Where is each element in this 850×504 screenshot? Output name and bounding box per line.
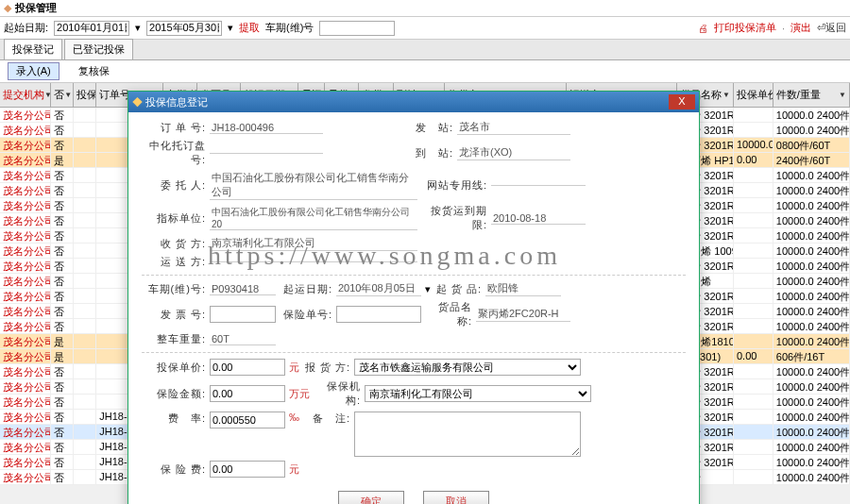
cell: 茂名分公司	[0, 228, 51, 243]
cell: 茂名分公司	[0, 153, 51, 167]
cell: 否	[51, 470, 74, 484]
cell: 否	[51, 304, 74, 318]
cell: 10000.0 2400件/60T	[774, 334, 850, 348]
deadline-value: 2010-08-18	[491, 212, 586, 225]
cell: 茂名分公司	[0, 108, 51, 122]
cell: 否	[51, 319, 74, 333]
cell: 否	[51, 289, 74, 303]
cell	[734, 425, 774, 439]
cell: 10000.0 2400件/60T	[774, 395, 850, 409]
column-header[interactable]: 投保单价▼	[734, 83, 774, 107]
note-textarea[interactable]	[354, 412, 581, 457]
agent-label: 报 货 方:	[303, 361, 350, 375]
rate-input[interactable]	[210, 412, 285, 428]
cell: 茂名分公司	[0, 198, 51, 212]
tab-register[interactable]: 投保登记	[4, 39, 62, 59]
cell: 10000.0 2400件/60T	[774, 198, 850, 212]
date-label: 起始日期:	[4, 21, 48, 35]
cell	[74, 108, 96, 122]
cell: 否	[51, 364, 74, 378]
cell: 茂名分公司	[0, 213, 51, 227]
cell: 10000.0 2400件/60T	[774, 410, 850, 424]
ship-date-label: 起运日期:	[280, 282, 332, 296]
provider-select[interactable]: 南京瑞利化工有限公司	[365, 385, 591, 402]
cell	[74, 425, 96, 439]
goods-value: 聚丙烯2FC20R-H	[476, 307, 570, 322]
cell: 茂名分公司	[0, 274, 51, 288]
cell	[74, 274, 96, 288]
cell: 茂名分公司	[0, 289, 51, 303]
cell	[74, 138, 96, 152]
rate-label: 费 率:	[142, 412, 206, 426]
cell: 10000.0 2400件/60T	[774, 183, 850, 197]
cell: 0.00	[734, 349, 774, 363]
calendar-icon[interactable]: ▾	[228, 22, 233, 34]
car-no-input[interactable]	[319, 21, 395, 36]
cell: 否	[51, 198, 74, 212]
invoice-input[interactable]	[210, 306, 276, 323]
cell	[74, 410, 96, 424]
amount-input[interactable]	[210, 385, 285, 402]
extract-button[interactable]: 提取	[239, 21, 260, 35]
cell: 10000.0 2400件/60T	[774, 304, 850, 318]
consignor-value: 中国石油化工股份有限公司化工销售华南分公司	[210, 171, 417, 200]
ins-no-label: 保险单号:	[280, 308, 332, 322]
cell: 10000.0 2400件/60T	[774, 470, 850, 484]
cell: 10000.0 2400件/60T	[774, 274, 850, 288]
column-header[interactable]: 否▼	[51, 83, 74, 107]
cell: 否	[51, 395, 74, 409]
add-button[interactable]: 录入(A)	[8, 62, 60, 80]
cell: 否	[51, 108, 74, 122]
cell: 0800件/60T	[774, 138, 850, 152]
print-button[interactable]: 打印投保清单	[714, 21, 776, 35]
cell	[74, 289, 96, 303]
cell	[74, 213, 96, 227]
cell	[74, 470, 96, 484]
cell: 茂名分公司	[0, 349, 51, 363]
column-header[interactable]: 件数/重量▼	[774, 83, 850, 107]
receiver-label: 收 货 方:	[142, 237, 206, 251]
cell: 茂名分公司	[0, 138, 51, 152]
column-header[interactable]: 投保登记▼	[74, 83, 96, 107]
cell	[734, 123, 774, 137]
modal-title-bar[interactable]: ◆ 投保信息登记 X	[128, 92, 699, 112]
weight-value: 60T	[210, 333, 276, 345]
date-to-input[interactable]	[146, 21, 222, 36]
cancel-button[interactable]: 取消	[423, 491, 489, 504]
cell	[734, 213, 774, 227]
cell: 10000.0 2400件/60T	[774, 168, 850, 182]
cell	[74, 168, 96, 182]
sub-toolbar: 录入(A) 复核保	[0, 60, 850, 83]
ins-no-input[interactable]	[336, 306, 421, 323]
central-value	[210, 153, 323, 154]
cell	[74, 440, 96, 454]
column-header[interactable]: 提交机构▼	[0, 83, 51, 107]
calendar-icon[interactable]: ▾	[135, 22, 141, 34]
cell: 茂名分公司	[0, 470, 51, 484]
unit-price-input[interactable]	[210, 359, 285, 376]
agent-select[interactable]: 茂名市铁鑫运输服务有限公司	[354, 359, 581, 376]
cell: 茂名分公司	[0, 123, 51, 137]
weight-label: 整车重量:	[142, 332, 206, 346]
cell: 茂名分公司	[0, 183, 51, 197]
cell: 10000.0 2400件/60T	[774, 123, 850, 137]
back-button[interactable]: ⏎返回	[817, 21, 846, 35]
note-label: 备 注:	[303, 412, 350, 426]
cell: 否	[51, 379, 74, 394]
cell: 10000.0 2400件/60T	[774, 364, 850, 378]
export-button[interactable]: 演出	[790, 21, 811, 35]
cell	[74, 259, 96, 273]
tab-registered[interactable]: 已登记投保	[64, 39, 133, 59]
cell	[734, 108, 774, 122]
central-label: 中化托订盘号:	[142, 139, 206, 167]
fee-input[interactable]	[210, 461, 285, 478]
cell	[734, 198, 774, 212]
cell: 否	[51, 123, 74, 137]
cell	[734, 379, 774, 394]
ok-button[interactable]: 确定	[338, 491, 404, 504]
close-button[interactable]: X	[669, 94, 695, 109]
calendar-icon[interactable]: ▾	[425, 283, 431, 295]
cell: 10000.0 2400件/60T	[774, 455, 850, 469]
cell: 10000.0 2400件/60T	[774, 425, 850, 439]
date-from-input[interactable]	[54, 21, 129, 36]
